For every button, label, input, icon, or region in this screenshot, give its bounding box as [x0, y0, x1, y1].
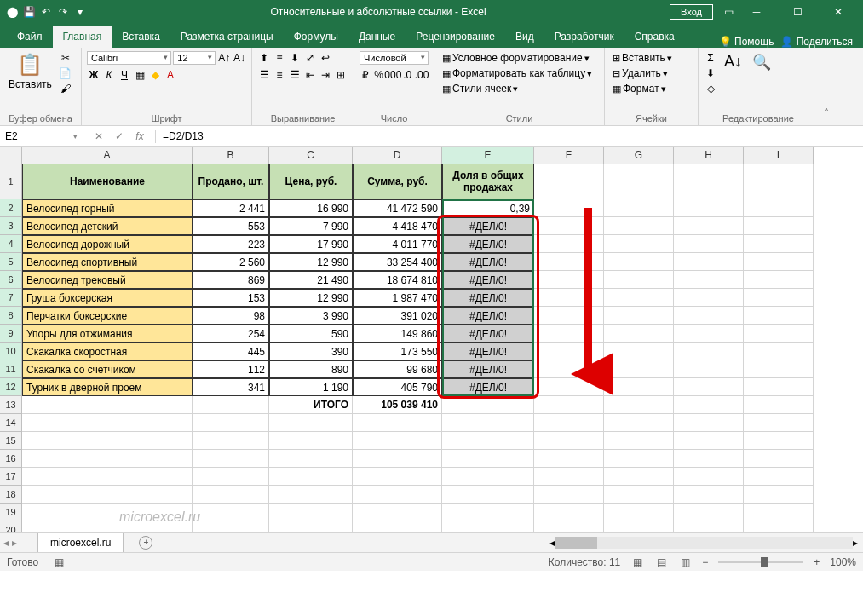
tab-review[interactable]: Рецензирование — [406, 26, 505, 48]
cell-E4[interactable]: #ДЕЛ/0! — [442, 235, 534, 253]
row-header-12[interactable]: 12 — [0, 378, 22, 396]
row-header-7[interactable]: 7 — [0, 289, 22, 307]
cell-D17[interactable] — [353, 468, 442, 486]
cell-I10[interactable] — [744, 343, 814, 360]
align-top-icon[interactable]: ⬆ — [257, 51, 271, 65]
save-icon[interactable]: 💾 — [22, 5, 36, 19]
col-header-D[interactable]: D — [353, 147, 442, 164]
cell-E11[interactable]: #ДЕЛ/0! — [442, 360, 534, 378]
percent-icon[interactable]: % — [373, 68, 385, 82]
spreadsheet-grid[interactable]: ABCDEFGHI 123456789101112131415161718192… — [0, 147, 863, 532]
cell-I15[interactable] — [744, 432, 814, 450]
formula-input[interactable]: =D2/D13 — [156, 129, 863, 144]
row-header-1[interactable]: 1 — [0, 164, 22, 199]
comma-icon[interactable]: 000 — [386, 68, 400, 82]
cell-B2[interactable]: 2 441 — [193, 199, 269, 217]
cell-B13[interactable] — [193, 396, 269, 414]
cell-I14[interactable] — [744, 414, 814, 432]
cell-I20[interactable] — [744, 521, 814, 532]
col-header-H[interactable]: H — [674, 147, 744, 164]
cell-D13[interactable]: 105 039 410 — [353, 396, 442, 414]
cell-H10[interactable] — [674, 343, 744, 360]
cell-B9[interactable]: 254 — [193, 325, 269, 343]
cell-D6[interactable]: 18 674 810 — [353, 271, 442, 289]
cell-E16[interactable] — [442, 450, 534, 468]
cell-I2[interactable] — [744, 199, 814, 217]
cell-G3[interactable] — [604, 217, 674, 235]
zoom-in-icon[interactable]: + — [814, 556, 820, 568]
col-header-E[interactable]: E — [442, 147, 534, 164]
cell-G20[interactable] — [604, 521, 674, 532]
cell-G4[interactable] — [604, 235, 674, 253]
view-layout-icon[interactable]: ▤ — [654, 556, 668, 569]
name-box[interactable]: E2▾ — [0, 129, 83, 144]
cell-H12[interactable] — [674, 378, 744, 396]
col-header-A[interactable]: A — [22, 147, 193, 164]
login-button[interactable]: Вход — [670, 4, 713, 20]
cell-G18[interactable] — [604, 486, 674, 504]
format-painter-icon[interactable]: 🖌 — [59, 82, 72, 95]
cell-B11[interactable]: 112 — [193, 360, 269, 378]
cell-I16[interactable] — [744, 450, 814, 468]
cell-A16[interactable] — [22, 450, 193, 468]
cell-D1[interactable]: Сумма, руб. — [353, 164, 442, 199]
cell-C17[interactable] — [269, 468, 353, 486]
cell-B16[interactable] — [193, 450, 269, 468]
cell-A18[interactable] — [22, 486, 193, 504]
view-pagebreak-icon[interactable]: ▥ — [678, 556, 692, 569]
row-header-2[interactable]: 2 — [0, 199, 22, 217]
cell-A15[interactable] — [22, 432, 193, 450]
cell-H5[interactable] — [674, 253, 744, 271]
copy-icon[interactable]: 📄 — [59, 66, 72, 80]
cell-C9[interactable]: 590 — [269, 325, 353, 343]
cell-styles-button[interactable]: ▦ Стили ячеек ▾ — [440, 82, 599, 95]
cell-G17[interactable] — [604, 468, 674, 486]
cell-D15[interactable] — [353, 432, 442, 450]
cell-H13[interactable] — [674, 396, 744, 414]
cell-C2[interactable]: 16 990 — [269, 199, 353, 217]
border-icon[interactable]: ▦ — [133, 68, 147, 82]
cell-H6[interactable] — [674, 271, 744, 289]
row-header-20[interactable]: 20 — [0, 521, 22, 532]
cell-C16[interactable] — [269, 450, 353, 468]
cell-I4[interactable] — [744, 235, 814, 253]
cell-I7[interactable] — [744, 289, 814, 307]
tab-developer[interactable]: Разработчик — [544, 26, 624, 48]
cell-G13[interactable] — [604, 396, 674, 414]
horizontal-scrollbar[interactable] — [555, 537, 853, 549]
cell-I3[interactable] — [744, 217, 814, 235]
cell-G1[interactable] — [604, 164, 674, 199]
font-size-combo[interactable]: 12 — [173, 51, 216, 65]
zoom-out-icon[interactable]: − — [702, 556, 708, 568]
cell-G11[interactable] — [604, 360, 674, 378]
tab-view[interactable]: Вид — [505, 26, 544, 48]
cell-A2[interactable]: Велосипед горный — [22, 199, 193, 217]
cell-I6[interactable] — [744, 271, 814, 289]
row-header-16[interactable]: 16 — [0, 450, 22, 468]
cell-H15[interactable] — [674, 432, 744, 450]
tab-home[interactable]: Главная — [53, 26, 112, 48]
cell-D20[interactable] — [353, 521, 442, 532]
cell-A9[interactable]: Упоры для отжимания — [22, 325, 193, 343]
view-normal-icon[interactable]: ▦ — [630, 556, 644, 569]
fill-color-icon[interactable]: ◆ — [148, 68, 162, 82]
cell-C15[interactable] — [269, 432, 353, 450]
cell-C13[interactable]: ИТОГО — [269, 396, 353, 414]
cell-I17[interactable] — [744, 468, 814, 486]
cell-B19[interactable] — [193, 504, 269, 521]
cell-E6[interactable]: #ДЕЛ/0! — [442, 271, 534, 289]
cell-A13[interactable] — [22, 396, 193, 414]
align-bottom-icon[interactable]: ⬇ — [288, 51, 302, 65]
cell-H2[interactable] — [674, 199, 744, 217]
row-header-5[interactable]: 5 — [0, 253, 22, 271]
cell-E14[interactable] — [442, 414, 534, 432]
cell-E12[interactable]: #ДЕЛ/0! — [442, 378, 534, 396]
cell-F1[interactable] — [534, 164, 604, 199]
cell-E20[interactable] — [442, 521, 534, 532]
orientation-icon[interactable]: ⤢ — [303, 51, 317, 65]
delete-cells-button[interactable]: ⊟ Удалить ▾ — [610, 66, 693, 80]
cell-H1[interactable] — [674, 164, 744, 199]
cell-B8[interactable]: 98 — [193, 307, 269, 325]
cell-G5[interactable] — [604, 253, 674, 271]
cell-H14[interactable] — [674, 414, 744, 432]
